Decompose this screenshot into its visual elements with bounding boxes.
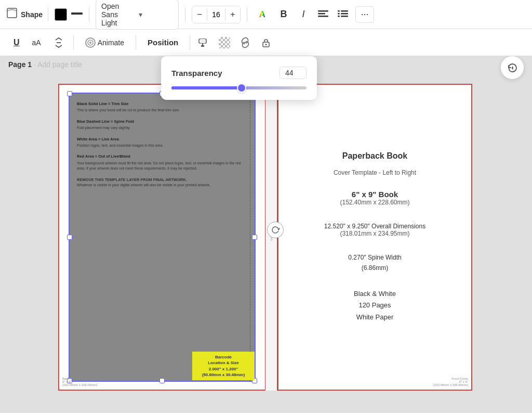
paper-section: Black & White 120 Pages White Paper (354, 285, 396, 322)
font-name: Open Sans Light (101, 2, 136, 27)
page-label: Page 1 · Add page title (8, 60, 82, 69)
svg-rect-4 (318, 13, 325, 15)
barcode-line3: 2.000" x 1.200" (202, 366, 245, 372)
shape-label: Shape (21, 10, 43, 19)
page-add-title[interactable]: · Add page title (34, 60, 82, 69)
svg-rect-18 (201, 45, 204, 47)
book-size-label: 6" x 9" Book (340, 190, 409, 199)
handle-middle-left[interactable] (67, 235, 72, 240)
divider-2 (185, 7, 185, 22)
font-size-decrease-button[interactable]: − (192, 6, 207, 23)
divider-1 (89, 7, 89, 22)
font-chevron-icon: ▾ (139, 10, 173, 19)
barcode-line2: Location & Size (202, 360, 245, 366)
barcode-line4: (50.80mm x 30.48mm) (202, 372, 245, 378)
instruction-warning-text: Whatever is visible in your digital artw… (77, 183, 247, 188)
instruction-p3: Position logos, text, and essential imag… (77, 143, 247, 149)
svg-point-20 (265, 44, 267, 45)
refresh-button[interactable] (267, 222, 284, 238)
checkerboard-button[interactable] (215, 33, 234, 52)
more-options-button[interactable]: ··· (355, 6, 374, 23)
spine-width-label: 0.270" Spine Width (348, 254, 401, 261)
sec-divider-3 (190, 35, 190, 50)
back-cover-mm: (152.40mm x 226.60mm) (62, 383, 97, 386)
transparency-slider-track[interactable] (171, 86, 307, 89)
animate-icon (85, 37, 96, 48)
book-size-mm: (152.40mm x 228.60mm) (340, 199, 409, 206)
transparency-label: Transparency (171, 69, 222, 78)
font-size-value: 16 (207, 8, 225, 21)
book-dims-section: 12.520" x 9.250" Overall Dimensions (318… (324, 220, 425, 237)
front-cover-footer: Front Cover 6" x 9" (152.40mm x 226.60mm… (433, 377, 468, 386)
line-style-icon[interactable] (71, 9, 83, 20)
svg-rect-7 (341, 10, 348, 12)
instruction-warning: REMOVE THIS TEMPLATE LAYER FROM FINAL AR… (77, 177, 247, 183)
divider-3 (247, 7, 247, 22)
line-spacing-button[interactable] (48, 33, 69, 52)
sec-divider-2 (136, 35, 136, 50)
instruction-h4: Red Area = Out of Live/Bleed (77, 153, 247, 159)
text-format-actions: A B I (256, 6, 351, 23)
shape-section: Shape (6, 7, 48, 21)
handle-bottom-middle[interactable] (159, 378, 165, 383)
front-cover: Paperback Book Cover Template - Left to … (277, 84, 472, 391)
undo-button[interactable] (501, 56, 524, 79)
bold-button[interactable]: B (275, 6, 292, 23)
svg-point-14 (89, 42, 91, 44)
book-overall-dims-mm: (318.01mm x 234.95mm) (324, 230, 425, 237)
barcode-line1: Barcode (202, 354, 245, 360)
underline-button[interactable]: U (8, 33, 25, 52)
instruction-h2: Blue Dashed Line = Spine Fold (77, 119, 247, 124)
spine-dashed-line (250, 94, 250, 381)
link-button[interactable] (236, 33, 255, 52)
paper-type: White Paper (356, 313, 394, 321)
text-color-button[interactable]: A (256, 6, 272, 23)
book-overall-dims: 12.520" x 9.250" Overall Dimensions (324, 223, 425, 230)
position-button[interactable]: Position (140, 33, 185, 52)
svg-rect-10 (338, 16, 340, 17)
font-size-control: − 16 + (192, 6, 241, 23)
lock-button[interactable] (257, 33, 275, 52)
list-button[interactable] (335, 6, 351, 23)
svg-point-22 (512, 67, 513, 69)
svg-rect-3 (318, 10, 328, 12)
transparency-panel: Transparency (161, 56, 317, 100)
svg-rect-5 (318, 16, 328, 17)
paper-color: Black & White (354, 290, 396, 298)
italic-button[interactable]: I (295, 6, 312, 23)
text-case-button[interactable]: aA (27, 33, 46, 52)
font-selector[interactable]: Open Sans Light ▾ (96, 0, 179, 30)
front-cover-content: Paperback Book Cover Template - Left to … (278, 85, 471, 390)
sec-divider-1 (73, 35, 74, 50)
secondary-toolbar: U aA Animate Position (0, 29, 532, 56)
svg-rect-8 (338, 13, 340, 15)
handle-middle-right[interactable] (252, 235, 257, 240)
align-button[interactable] (315, 6, 331, 23)
transparency-slider-fill (171, 86, 242, 89)
svg-rect-1 (71, 12, 83, 15)
svg-text:A: A (259, 10, 265, 19)
book-size-section: 6" x 9" Book (152.40mm x 228.60mm) (340, 190, 409, 206)
paper-pages: 120 Pages (358, 301, 391, 309)
top-toolbar: Shape Open Sans Light ▾ − 16 + A (0, 0, 532, 29)
transparency-header: Transparency (171, 67, 307, 79)
instruction-p4: Your background artwork must fill the re… (77, 161, 247, 172)
front-cover-mm: (152.40mm x 226.60mm) (433, 383, 468, 386)
spine-width-mm: (6.86mm) (348, 264, 401, 272)
svg-rect-6 (338, 10, 340, 12)
back-cover-instructions: Black Solid Line = Trim Size This is whe… (77, 101, 247, 188)
back-cover-inner[interactable]: Black Solid Line = Trim Size This is whe… (69, 93, 256, 382)
paint-roller-button[interactable] (194, 33, 213, 52)
instruction-p1: This is where your book will be cut to p… (77, 108, 247, 113)
transparency-value-input[interactable] (280, 67, 307, 79)
paper-info: Black & White 120 Pages White Paper (354, 288, 396, 322)
animate-button[interactable]: Animate (78, 33, 131, 52)
svg-rect-16 (200, 39, 205, 43)
font-size-increase-button[interactable]: + (225, 6, 240, 23)
page-number: Page 1 (8, 60, 32, 69)
instruction-h1: Black Solid Line = Trim Size (77, 101, 247, 107)
color-swatch[interactable] (55, 8, 67, 21)
svg-rect-11 (341, 16, 348, 17)
transparency-slider-thumb[interactable] (237, 83, 246, 93)
handle-top-left[interactable] (67, 91, 72, 96)
